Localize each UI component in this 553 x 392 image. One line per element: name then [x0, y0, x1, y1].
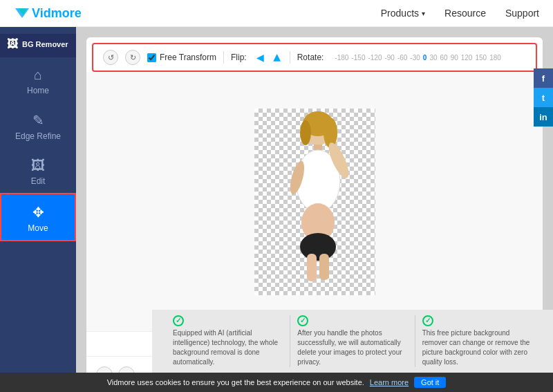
free-transform-checkbox[interactable]	[147, 53, 156, 62]
toolbar: ↺ ↻ Free Transform Flip: ◀ ◀ Rotate: -18…	[92, 43, 537, 72]
cookie-ok-button[interactable]: Got it	[414, 377, 446, 388]
sidebar: 🖼 BG Remover ⌂ Home ✎ Edge Refine 🖼 Edit…	[0, 27, 76, 392]
free-transform-checkbox-container: Free Transform	[147, 53, 216, 62]
content: ↺ ↻ Free Transform Flip: ◀ ◀ Rotate: -18…	[76, 27, 553, 392]
facebook-button[interactable]: f	[534, 68, 553, 88]
sidebar-item-home[interactable]: ⌂ Home	[0, 57, 76, 102]
svg-rect-12	[307, 254, 317, 281]
edge-refine-icon: ✎	[32, 112, 44, 129]
header: Vidmore Products ▾ Resource Support	[0, 0, 553, 27]
home-icon: ⌂	[34, 67, 42, 83]
nav-resource[interactable]: Resource	[444, 8, 486, 19]
promo-item-1: ✓ After you handle the photos successful…	[290, 315, 415, 367]
undo-button[interactable]: ↺	[103, 50, 118, 65]
rotate-values: -180 -150 -120 -90 -60 -30 0 30 60 90 12…	[333, 54, 502, 62]
divider-1	[223, 51, 224, 64]
sidebar-item-move[interactable]: ✥ Move	[0, 193, 76, 241]
cookie-bar: Vidmore uses cookies to ensure you get t…	[0, 373, 553, 392]
promo-item-0: ✓ Equipped with AI (artificial intellige…	[166, 315, 290, 367]
logo-icon	[14, 6, 29, 21]
flip-horizontal-button[interactable]: ◀	[255, 52, 265, 63]
rotate-slider[interactable]: -180 -150 -120 -90 -60 -30 0 30 60 90 12…	[333, 51, 502, 64]
sidebar-item-edit[interactable]: 🖼 Edit	[0, 148, 76, 193]
edit-icon: 🖼	[31, 158, 45, 174]
move-icon: ✥	[32, 204, 44, 221]
divider-2	[290, 51, 290, 64]
flip-vertical-button[interactable]: ◀	[272, 53, 283, 63]
canvas-area[interactable]	[86, 72, 543, 331]
chevron-down-icon: ▾	[422, 10, 425, 17]
nav-support[interactable]: Support	[505, 8, 539, 19]
nav-products[interactable]: Products ▾	[381, 8, 425, 19]
image-container	[254, 109, 375, 295]
check-icon-2: ✓	[422, 315, 433, 326]
logo: Vidmore	[14, 6, 82, 21]
sidebar-brand: 🖼 BG Remover	[0, 34, 76, 57]
subject-figure	[254, 109, 375, 295]
svg-rect-13	[319, 254, 329, 280]
linkedin-button[interactable]: in	[534, 107, 553, 127]
svg-point-11	[300, 233, 336, 261]
learn-more-link[interactable]: Learn more	[370, 378, 409, 386]
social-bar: f t in	[534, 68, 553, 127]
free-transform-label: Free Transform	[160, 53, 216, 62]
logo-text: Vidmore	[32, 6, 82, 21]
check-icon-1: ✓	[297, 315, 308, 326]
promo-item-2: ✓ This free picture background remover c…	[415, 315, 539, 367]
check-icon-0: ✓	[173, 315, 184, 326]
promo-strip: ✓ Equipped with AI (artificial intellige…	[152, 310, 553, 373]
redo-button[interactable]: ↻	[125, 50, 140, 65]
twitter-button[interactable]: t	[534, 88, 553, 107]
nav: Products ▾ Resource Support	[381, 8, 539, 19]
svg-point-5	[300, 120, 311, 145]
flip-label: Flip:	[231, 53, 247, 62]
main-area: 🖼 BG Remover ⌂ Home ✎ Edge Refine 🖼 Edit…	[0, 27, 553, 392]
cookie-text: Vidmore uses cookies to ensure you get t…	[107, 378, 364, 386]
rotate-label: Rotate:	[297, 53, 324, 62]
sidebar-item-edge-refine[interactable]: ✎ Edge Refine	[0, 102, 76, 148]
